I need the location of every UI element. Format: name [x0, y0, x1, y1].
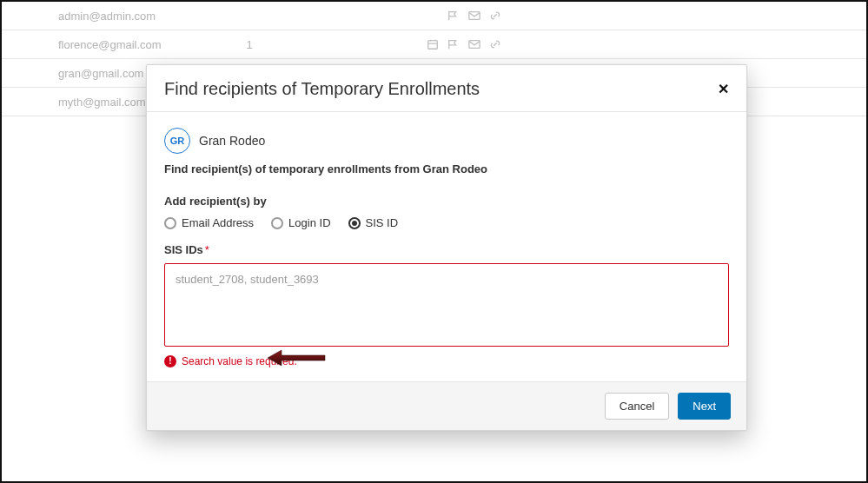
count-cell: 1: [232, 38, 267, 51]
user-name: Gran Rodeo: [199, 134, 265, 148]
radio-icon: [271, 217, 283, 229]
mail-icon: [468, 10, 480, 22]
radio-icon: [348, 217, 361, 229]
modal-footer: Cancel Next: [147, 381, 746, 430]
radio-label: SIS ID: [366, 216, 399, 229]
radio-icon: [164, 217, 176, 229]
svg-rect-0: [469, 12, 480, 20]
mail-icon: [468, 38, 480, 50]
required-mark: *: [205, 243, 209, 256]
subtitle-text: Find recipient(s) of temporary enrollmen…: [164, 162, 729, 175]
next-button[interactable]: Next: [678, 393, 731, 420]
add-by-label: Add recipient(s) by: [164, 195, 729, 208]
flag-icon: [447, 38, 460, 50]
error-text: Search value is required.: [182, 355, 297, 367]
radio-sis-id[interactable]: SIS ID: [348, 216, 399, 229]
link-icon: [489, 10, 501, 22]
flag-icon: [447, 10, 460, 22]
find-recipients-modal: Find recipients of Temporary Enrollments…: [146, 64, 747, 431]
radio-login-id[interactable]: Login ID: [271, 216, 330, 229]
modal-body: GR Gran Rodeo Find recipient(s) of tempo…: [147, 112, 746, 381]
radio-group: Email Address Login ID SIS ID: [164, 216, 729, 229]
radio-email[interactable]: Email Address: [164, 216, 254, 229]
table-row: admin@admin.com: [2, 2, 866, 30]
close-icon[interactable]: ✕: [718, 83, 729, 96]
calendar-icon: [427, 38, 439, 50]
modal-title: Find recipients of Temporary Enrollments: [164, 79, 480, 99]
avatar: GR: [164, 128, 190, 154]
error-icon: !: [164, 355, 176, 367]
radio-label: Email Address: [182, 216, 254, 229]
modal-header: Find recipients of Temporary Enrollments…: [147, 65, 746, 112]
link-icon: [489, 38, 501, 50]
table-row: florence@gmail.com 1: [2, 30, 866, 59]
sis-ids-label: SIS IDs*: [164, 243, 729, 256]
email-cell: admin@admin.com: [2, 10, 232, 23]
email-cell: florence@gmail.com: [2, 38, 232, 51]
svg-rect-1: [428, 41, 438, 50]
cancel-button[interactable]: Cancel: [605, 393, 669, 420]
sis-ids-input[interactable]: [164, 263, 729, 347]
radio-label: Login ID: [288, 216, 330, 229]
error-message: ! Search value is required.: [164, 355, 729, 367]
svg-rect-2: [469, 41, 480, 49]
user-row: GR Gran Rodeo: [164, 128, 729, 154]
